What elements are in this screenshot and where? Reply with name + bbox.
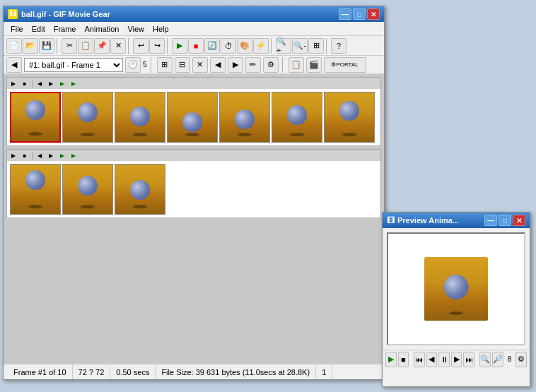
menu-frame[interactable]: Frame	[49, 23, 81, 35]
menu-edit[interactable]: Edit	[28, 23, 49, 35]
separator-1	[57, 38, 59, 54]
frame-10[interactable]	[115, 164, 165, 215]
status-extra: 1	[316, 364, 332, 379]
preview-window: 🎞 Preview Anima... — □ ✕ ▶ ■ ⏮ ◀ ⏸ ▶ ⏭ 🔍…	[382, 212, 530, 387]
preview-next[interactable]: ▶	[451, 352, 462, 367]
frames-area[interactable]: ▶ ■ | ◀ ▶ ▶ ▶	[4, 74, 384, 364]
frame-add[interactable]: ⊞	[157, 57, 173, 73]
frame-edit[interactable]: ✏	[245, 57, 261, 73]
stop-button[interactable]: ■	[188, 38, 204, 54]
delete-button[interactable]: ✕	[110, 38, 126, 54]
frame-1[interactable]	[10, 92, 61, 143]
frame-copy2[interactable]: 📋	[289, 57, 304, 73]
frame-anim-preview[interactable]: 🎬	[306, 57, 322, 73]
play-button[interactable]: ▶	[172, 38, 187, 54]
cut-button[interactable]: ✂	[62, 38, 77, 54]
strip-marker-4[interactable]: ▶	[46, 151, 56, 160]
preview-zoom-out[interactable]: 🔎	[492, 352, 503, 367]
frame-props[interactable]: ⚙	[263, 57, 279, 73]
frame-nav-prev[interactable]: ◀	[6, 57, 22, 73]
preview-frame-num: 8	[508, 355, 512, 363]
frame-5[interactable]	[219, 92, 270, 143]
frame-4[interactable]	[167, 92, 218, 143]
frame-6[interactable]	[272, 92, 322, 143]
main-window-title: ball.gif - GIF Movie Gear	[21, 10, 110, 18]
copy-button[interactable]: 📋	[78, 38, 93, 54]
optimize-button[interactable]: ⚡	[253, 38, 269, 54]
menu-view[interactable]: View	[123, 23, 148, 35]
frame-nav-next[interactable]: 🕐	[125, 57, 141, 73]
frame-2[interactable]	[62, 92, 113, 143]
strip-marker-2[interactable]: ▶	[46, 79, 56, 88]
preview-last[interactable]: ⏭	[463, 352, 474, 367]
frame-move-right[interactable]: ▶	[228, 57, 243, 73]
separator-4	[271, 38, 274, 54]
strip-marker-3[interactable]: ◀	[35, 151, 45, 160]
toolbar-1: 📄 📂 💾 ✂ 📋 📌 ✕ ↩ ↪ ▶ ■ 🔄 ⏱ 🎨 ⚡ 🔍+ 🔍- ⊞ ?	[4, 36, 384, 56]
frame-select[interactable]: #1: ball.gif - Frame 1	[24, 58, 123, 72]
minimize-button[interactable]: —	[339, 8, 351, 20]
frame-3[interactable]	[115, 92, 165, 143]
watermark-btn[interactable]: ⚙PORTAL	[324, 57, 366, 73]
maximize-button[interactable]: □	[353, 8, 366, 20]
undo-button[interactable]: ↩	[133, 38, 148, 54]
close-button[interactable]: ✕	[367, 8, 380, 20]
paste-button[interactable]: 📌	[94, 38, 110, 54]
strip-stop-1[interactable]: ■	[20, 79, 30, 88]
frames-row-1	[7, 89, 380, 145]
frame-move-left[interactable]: ◀	[210, 57, 226, 73]
redo-button[interactable]: ↪	[149, 38, 165, 54]
strip-mark-green-2[interactable]: ▶	[69, 79, 78, 88]
separator-6	[151, 57, 153, 73]
frame-9[interactable]	[62, 164, 113, 215]
title-bar-controls: — □ ✕	[339, 8, 380, 20]
frame-strip-1: ▶ ■ | ◀ ▶ ▶ ▶	[6, 77, 381, 146]
preview-first[interactable]: ⏮	[414, 352, 425, 367]
timer-button[interactable]: ⏱	[221, 38, 236, 54]
strip-mark-green-3[interactable]: ▶	[57, 151, 67, 160]
preview-zoom-in[interactable]: 🔍	[479, 352, 491, 367]
preview-maximize[interactable]: □	[499, 215, 511, 226]
help-button[interactable]: ?	[331, 38, 346, 54]
app-icon: 🎞	[8, 9, 18, 19]
main-title-bar: 🎞 ball.gif - GIF Movie Gear — □ ✕	[4, 6, 384, 22]
frame-8[interactable]	[10, 164, 61, 215]
zoom-out-button[interactable]: 🔍-	[292, 38, 308, 54]
new-button[interactable]: 📄	[6, 38, 22, 54]
open-button[interactable]: 📂	[23, 38, 38, 54]
preview-play[interactable]: ▶	[385, 352, 397, 367]
preview-settings[interactable]: ⚙	[515, 352, 527, 367]
strip-stop-2[interactable]: ■	[20, 151, 30, 160]
preview-pause[interactable]: ⏸	[438, 352, 450, 367]
strip-marker-1[interactable]: ◀	[35, 79, 45, 88]
frame-7[interactable]	[324, 92, 375, 143]
preview-close[interactable]: ✕	[513, 215, 525, 226]
frame-duplicate[interactable]: ⊟	[175, 57, 190, 73]
strip-mark-green-4[interactable]: ▶	[69, 151, 78, 160]
menu-help[interactable]: Help	[148, 23, 173, 35]
strip-play-2[interactable]: ▶	[8, 151, 18, 160]
strip-mark-green-1[interactable]: ▶	[57, 79, 67, 88]
preview-controls: — □ ✕	[484, 215, 525, 226]
status-filesize: File Size: 39 631 bytes (11.0secs at 28.…	[156, 364, 316, 379]
zoom-fit-button[interactable]: ⊞	[308, 38, 324, 54]
frame-delete-btn[interactable]: ✕	[192, 57, 208, 73]
strip-play-1[interactable]: ▶	[8, 79, 18, 88]
preview-prev[interactable]: ◀	[426, 352, 438, 367]
strip-sep: |	[31, 79, 33, 88]
zoom-in-button[interactable]: 🔍+	[276, 38, 291, 54]
separator-7	[282, 57, 285, 73]
separator-2	[128, 38, 131, 54]
preview-frame	[424, 257, 488, 321]
save-button[interactable]: 💾	[39, 38, 54, 54]
separator-5	[326, 38, 329, 54]
menu-animation[interactable]: Animation	[80, 23, 123, 35]
strip-controls-1: ▶ ■ | ◀ ▶ ▶ ▶	[7, 78, 380, 89]
menu-file[interactable]: File	[6, 23, 28, 35]
preview-stop[interactable]: ■	[398, 352, 409, 367]
delay-label: 5	[143, 61, 147, 69]
loop-button[interactable]: 🔄	[204, 38, 220, 54]
preview-minimize[interactable]: —	[484, 215, 497, 226]
strip-controls-2: ▶ ■ | ◀ ▶ ▶ ▶	[7, 150, 380, 161]
palette-button[interactable]: 🎨	[237, 38, 252, 54]
